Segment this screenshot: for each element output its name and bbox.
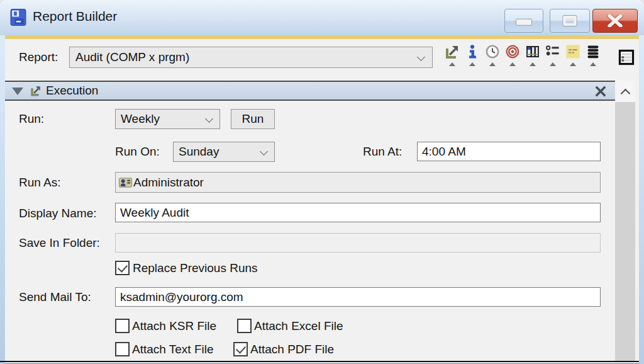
chevron-down-icon [417,53,425,61]
report-toolbar [444,44,601,66]
options-list-icon [545,44,560,59]
checkmark-icon [118,262,128,272]
table-columns-icon [525,44,540,59]
scroll-up-button[interactable] [615,81,635,102]
checkmark-icon [236,343,246,353]
window-frame-left [0,35,5,364]
dropdown-arrow-icon [509,62,516,66]
run-frequency-value: Weekly [121,112,160,126]
replace-previous-runs-checkbox[interactable] [115,261,130,275]
dropdown-arrow-icon [469,62,475,66]
save-in-folder-label: Save In Folder: [19,235,100,251]
run-as-value: Administrator [133,176,204,190]
maximize-button[interactable] [550,9,590,33]
run-as-field: Administrator [115,172,601,193]
run-frequency-dropdown[interactable]: Weekly [115,109,220,129]
target-icon [505,44,520,59]
database-button[interactable] [585,44,601,66]
chevron-down-icon [260,147,268,156]
vertical-scrollbar[interactable] [615,81,635,362]
properties-panel-button[interactable] [618,48,635,66]
collapse-triangle-icon[interactable] [12,88,23,95]
target-button[interactable] [504,44,520,66]
open-external-button[interactable] [444,44,460,66]
options-list-button[interactable] [545,44,560,66]
schedule-button[interactable] [484,44,500,66]
attach-text-checkbox[interactable] [115,342,130,356]
form-bottom-border [0,361,639,362]
replace-previous-runs-label: Replace Previous Runs [133,260,258,276]
chevron-down-icon [205,115,213,123]
dropdown-arrow-icon [590,62,596,66]
note-icon [565,44,580,59]
run-label: Run: [19,111,44,127]
dropdown-arrow-icon [550,62,556,66]
attach-ksr-label: Attach KSR File [132,318,216,334]
run-on-value: Sunday [179,145,219,159]
run-button[interactable]: Run [231,109,275,129]
database-icon [586,44,601,59]
run-at-label: Run At: [363,144,402,160]
save-in-folder-field [115,233,601,253]
close-icon [607,14,623,27]
dropdown-arrow-icon [449,62,455,66]
attach-excel-checkbox[interactable] [237,319,252,333]
report-label: Report: [19,50,58,64]
accent-strip [5,35,639,39]
note-button[interactable] [565,44,580,66]
chevron-up-icon [621,89,631,99]
dropdown-arrow-icon [489,62,496,66]
user-badge-icon [119,178,132,188]
attach-ksr-checkbox[interactable] [115,319,130,333]
send-mail-to-label: Send Mail To: [19,289,91,305]
report-dropdown[interactable]: Audit (COMP x prgm) [69,47,433,68]
info-button[interactable] [464,44,480,66]
run-at-input[interactable] [417,142,601,161]
attach-pdf-checkbox[interactable] [233,342,248,356]
run-as-label: Run As: [19,174,61,191]
app-icon [10,8,26,26]
send-mail-to-input[interactable] [115,287,601,307]
open-external-icon[interactable] [30,85,42,96]
open-external-icon [445,44,460,59]
maximize-icon [564,16,577,26]
window-frame-right [639,35,644,364]
info-icon [465,44,480,59]
display-name-input[interactable] [115,203,601,222]
attach-text-label: Attach Text File [132,341,214,358]
report-dropdown-value: Audit (COMP x prgm) [75,50,189,64]
attach-excel-label: Attach Excel File [254,318,343,334]
section-close-icon[interactable] [595,86,606,97]
dropdown-arrow-icon [570,62,576,66]
dropdown-arrow-icon [530,62,536,66]
run-on-dropdown[interactable]: Sunday [173,142,275,162]
window-title: Report Builder [33,9,117,24]
minimize-button[interactable] [504,9,543,33]
titlebar: Report Builder [0,0,644,36]
section-title: Execution [46,84,98,98]
table-columns-button[interactable] [525,44,540,66]
execution-section-header: Execution [5,81,615,101]
clock-icon [485,44,500,59]
attach-pdf-label: Attach PDF File [250,341,334,358]
report-builder-window: Report Builder Report: Audit (COMP x prg… [0,0,644,364]
minimize-icon [516,19,532,26]
display-name-label: Display Name: [19,205,97,222]
run-on-label: Run On: [115,144,160,160]
close-button[interactable] [592,9,638,33]
